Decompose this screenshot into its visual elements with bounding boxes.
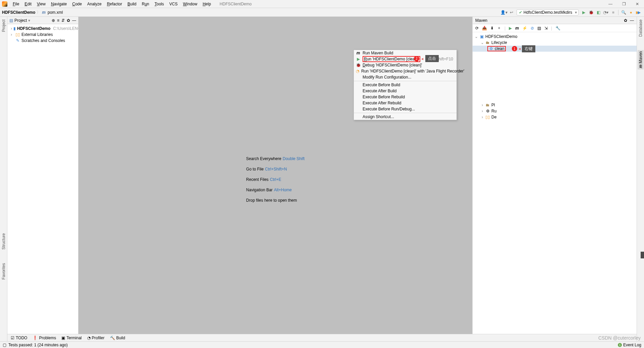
user-icon[interactable]: 👤▾ (500, 9, 508, 16)
hint-search-kb: Double Shift (283, 156, 305, 161)
select-open-file-icon[interactable]: ⊕ (52, 18, 55, 23)
actions-icon[interactable]: ▶▶ (635, 9, 642, 16)
menu-view[interactable]: View (34, 1, 48, 7)
tool-tab-label: Terminal (66, 336, 82, 340)
status-window-icon[interactable]: ▢ (3, 343, 6, 347)
database-tool-tab[interactable]: Database (638, 19, 643, 37)
chevron-right-icon[interactable]: › (11, 26, 12, 31)
profiler-tool-tab[interactable]: ◔Profiler (87, 336, 105, 340)
menu-analyze[interactable]: Analyze (85, 1, 104, 7)
ctx-exec-after-rebuild[interactable]: Execute After Rebuild (354, 100, 457, 106)
maven-tree-plugins[interactable]: › 🖿 Pl (473, 102, 637, 108)
collapse-icon[interactable]: ⇲ (544, 26, 548, 31)
menu-code[interactable]: Code (69, 1, 85, 7)
menu-refactor[interactable]: Refactor (104, 1, 125, 7)
chevron-down-icon[interactable]: ⌄ (475, 34, 478, 39)
todo-tool-tab[interactable]: ☑TODO (11, 336, 27, 340)
ctx-modify-run-config[interactable]: Modify Run Configuration... (354, 74, 457, 80)
search-icon[interactable]: 🔍 (620, 9, 627, 16)
maven-m-icon[interactable]: m (515, 26, 519, 31)
maven-tree-root[interactable]: ⌄ ▣ HDFSClientDemo (473, 34, 637, 40)
offline-icon[interactable]: ⊘ (531, 26, 534, 31)
menu-build[interactable]: Build (125, 1, 139, 7)
maven-goal-clean[interactable]: ⚙ clean 1 ◂ 右键 (473, 46, 637, 52)
maximize-icon[interactable]: ❐ (617, 0, 631, 8)
hide-icon[interactable]: — (72, 18, 76, 23)
ctx-run-maven-build[interactable]: m Run Maven Build (354, 50, 457, 56)
ctx-exec-before-rebuild[interactable]: Execute Before Rebuild (354, 94, 457, 100)
menu-window[interactable]: Window (180, 1, 200, 7)
show-deps-icon[interactable]: ▤ (537, 26, 541, 31)
maven-plugins-label: Pl (491, 103, 495, 107)
menu-edit[interactable]: Edit (22, 1, 34, 7)
maven-tool-window: Maven ✿ — ⟳ 📥 ⬇ ＋ | ▶ m ⚡ ⊘ ▤ ⇲ | 🔧 ⌄ ▣ (472, 17, 637, 341)
chevron-right-icon[interactable]: › (11, 32, 14, 37)
ctx-exec-before-build[interactable]: Execute Before Build (354, 82, 457, 88)
chevron-down-icon[interactable]: ⌄ (481, 40, 484, 45)
ctx-debug-clean[interactable]: 🐞 Debug 'HDFSClientDemo [clean]' (354, 62, 457, 68)
menu-file[interactable]: File (10, 1, 22, 7)
build-tool-tab[interactable]: 🔨Build (110, 336, 125, 340)
event-log-button[interactable]: 1 Event Log (618, 343, 641, 347)
ctx-exec-after-build[interactable]: Execute After Build (354, 88, 457, 94)
reload-icon[interactable]: ⟳ (475, 26, 479, 31)
tool-tab-label: Problems (39, 336, 56, 340)
maven-tree-deps[interactable]: › ▯▯ De (473, 114, 637, 120)
run-config-selector[interactable]: ✔ HdfsClientDemo.testMkdirs ▾ (517, 9, 579, 15)
stop-icon[interactable]: ■ (609, 9, 617, 16)
annotation-tip-2: 点击 (425, 55, 439, 62)
menu-help[interactable]: Help (200, 1, 214, 7)
collapse-all-icon[interactable]: ⇵ (61, 18, 65, 23)
structure-tool-tab[interactable]: Structure (1, 233, 6, 250)
menu-vcs[interactable]: VCS (167, 1, 180, 7)
breadcrumb-file[interactable]: pom.xml (48, 10, 63, 15)
run-icon[interactable]: ▶ (580, 9, 587, 16)
menu-navigate[interactable]: Navigate (48, 1, 69, 7)
project-tree[interactable]: › ▮ HDFSClientDemo C:\Users\LENOVO › ▯▯ … (7, 24, 78, 45)
problems-icon: ❗ (33, 336, 38, 340)
chevron-down-icon[interactable]: ▾ (28, 18, 30, 23)
debug-icon[interactable]: 🐞 (587, 9, 595, 16)
favorites-tool-tab[interactable]: Favorites (1, 263, 6, 280)
ctx-assign-shortcut[interactable]: Assign Shortcut... (354, 114, 457, 120)
terminal-tool-tab[interactable]: ▣Terminal (61, 336, 82, 340)
minimize-icon[interactable]: — (604, 0, 617, 8)
chevron-right-icon[interactable]: › (481, 103, 484, 107)
stripe-marker (641, 252, 644, 258)
settings-icon[interactable]: ✿ (624, 18, 627, 23)
maven-tool-tab[interactable]: m Maven (638, 50, 644, 69)
chevron-right-icon[interactable]: › (481, 109, 484, 113)
chevron-right-icon[interactable]: › (481, 115, 484, 119)
download-sources-icon[interactable]: ⬇ (490, 26, 494, 31)
wrench-icon[interactable]: 🔧 (555, 26, 560, 31)
tree-item-external-libraries[interactable]: › ▯▯ External Libraries (7, 32, 78, 38)
ctx-run-clean[interactable]: ▶ Run 'HDFSClientDemo [clean]' Ctrl+Shif… (354, 56, 457, 62)
back-icon[interactable]: ↩ (508, 9, 515, 16)
breadcrumb-root[interactable]: HDFSClientDemo (2, 10, 35, 15)
menu-tools[interactable]: Tools (152, 1, 167, 7)
settings-icon[interactable]: ✿ (67, 18, 70, 23)
ctx-item-label: Execute Before Run/Debug... (363, 107, 453, 111)
tree-item-project-root[interactable]: › ▮ HDFSClientDemo C:\Users\LENOVO (7, 26, 78, 32)
expand-all-icon[interactable]: ≡ (57, 18, 59, 23)
toggle-skip-tests-icon[interactable]: ⚡ (522, 26, 527, 31)
coverage-icon[interactable]: ◧ (595, 9, 602, 16)
maven-toolbar: ⟳ 📥 ⬇ ＋ | ▶ m ⚡ ⊘ ▤ ⇲ | 🔧 (473, 24, 637, 32)
project-tool-tab[interactable]: Project (1, 19, 6, 32)
maven-tree[interactable]: ⌄ ▣ HDFSClientDemo ⌄ 🖿 Lifecycle ⚙ clean… (473, 32, 637, 121)
run-icon[interactable]: ▶ (509, 26, 512, 31)
generate-sources-icon[interactable]: 📥 (482, 26, 487, 31)
hide-icon[interactable]: — (630, 18, 634, 23)
maven-tree-lifecycle[interactable]: ⌄ 🖿 Lifecycle (473, 40, 637, 46)
menu-run[interactable]: Run (139, 1, 152, 7)
ctx-exec-before-run[interactable]: Execute Before Run/Debug... (354, 106, 457, 112)
maven-tree-runconfigs[interactable]: › ⚙ Ru (473, 108, 637, 114)
ide-update-icon[interactable]: ● (627, 9, 635, 16)
profile-icon[interactable]: ◔▾ (602, 9, 609, 16)
add-icon[interactable]: ＋ (497, 25, 501, 31)
project-header-label[interactable]: Project (14, 18, 27, 23)
close-icon[interactable]: ✕ (631, 0, 644, 8)
tree-item-scratches[interactable]: ✎ Scratches and Consoles (7, 38, 78, 44)
ctx-run-jfr[interactable]: ◔ Run 'HDFSClientDemo [clean]' with 'Jav… (354, 68, 457, 74)
problems-tool-tab[interactable]: ❗Problems (33, 336, 56, 340)
